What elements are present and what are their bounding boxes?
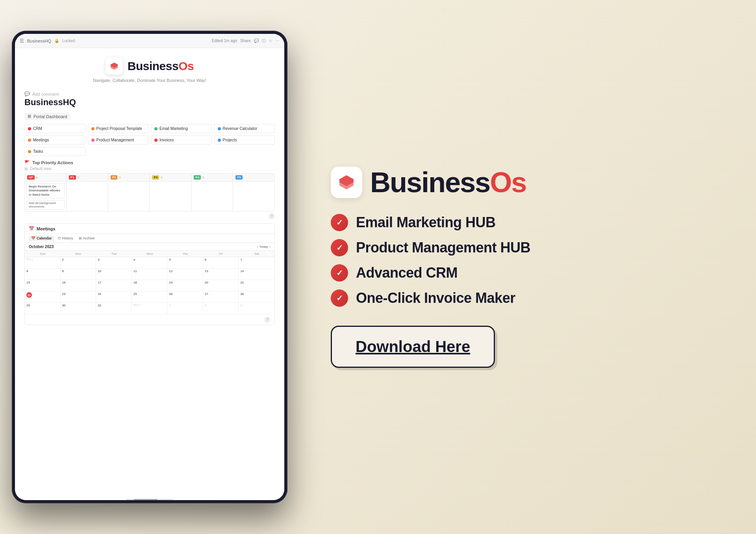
projects-label: Projects: [223, 138, 237, 142]
p3-badge: P3: [152, 175, 159, 180]
cal-29[interactable]: 29: [25, 303, 61, 314]
feature-invoice: One-Click Invoice Maker: [331, 289, 717, 307]
info-icon[interactable]: ⓘ: [262, 38, 266, 44]
tab-calendar[interactable]: 📅 Calendar: [29, 235, 54, 241]
question-mark-2[interactable]: ?: [264, 317, 271, 323]
today-btn[interactable]: ‹ Today ›: [257, 245, 271, 248]
feature-text-4: One-Click Invoice Maker: [356, 290, 515, 306]
cal-week-3: 15 16 17 18 19 20 21: [25, 280, 274, 291]
tasks-label: Tasks: [33, 149, 43, 154]
hp-dot: ▸: [36, 176, 38, 179]
meetings-header: 📅 Meetings: [25, 224, 274, 234]
link-project-proposal[interactable]: Project Proposal Template: [88, 124, 149, 133]
cal-week-1: Oct 1 2 3 4 5 6 7: [25, 257, 274, 269]
cal-week-5: 29 30 31 Nov 1 2 3 4: [25, 303, 274, 314]
cal-23[interactable]: 23: [61, 291, 96, 302]
link-tasks[interactable]: Tasks: [24, 147, 86, 156]
cal-nov4[interactable]: 4: [239, 303, 274, 314]
kanban-col-p5: P5: [233, 174, 274, 211]
share-label[interactable]: Share: [240, 39, 251, 43]
link-revenue-calculator[interactable]: Revenue Calculator: [214, 124, 275, 133]
kanban-col-p4: P4 0: [191, 174, 233, 211]
more-icon[interactable]: ⋯: [276, 39, 280, 43]
notion-body: 💬 Add comment BusinessHQ ⊞ Portal Dashbo…: [15, 89, 284, 325]
database-view-row: ⊞ Default view: [24, 167, 275, 171]
feature-text-1: Email Marketing HUB: [356, 214, 496, 231]
cal-12[interactable]: 12: [167, 269, 203, 280]
kanban-card-sub: Add all background documents.: [26, 200, 65, 210]
cal-nov1[interactable]: Nov 1: [132, 303, 168, 314]
cal-4[interactable]: 4: [132, 257, 168, 268]
cal-7[interactable]: 7: [239, 257, 274, 268]
tab-history[interactable]: ⏱ History: [55, 235, 76, 241]
cal-9[interactable]: 9: [61, 269, 96, 280]
cal-6[interactable]: 6: [203, 257, 239, 268]
question-mark-1[interactable]: ?: [269, 213, 275, 219]
comment-icon[interactable]: 💬: [254, 39, 259, 43]
comment-small-icon: 💬: [24, 91, 30, 96]
invoices-dot: [154, 139, 158, 142]
cal-28[interactable]: 28: [239, 291, 274, 302]
cal-13[interactable]: 13: [203, 269, 239, 280]
notion-header: BusinessOs Navigate, Collaborate, Domina…: [15, 48, 284, 83]
cal-24[interactable]: 24: [96, 291, 132, 302]
link-meetings[interactable]: Meetings: [24, 135, 85, 145]
cal-11[interactable]: 11: [132, 269, 168, 280]
cal-10[interactable]: 10: [96, 269, 132, 280]
month-title: October 2023: [29, 245, 54, 249]
cal-8[interactable]: 8: [25, 269, 61, 280]
tab-archive[interactable]: ⊞ Archive: [76, 235, 97, 241]
lock-label: Locked: [62, 39, 75, 43]
kanban-col-p3: P3 0: [150, 174, 191, 211]
links-grid-row2: Meetings Product Management Invoices: [24, 135, 275, 145]
menu-icon[interactable]: ☰: [20, 38, 24, 44]
cal-14[interactable]: 14: [239, 269, 274, 280]
lock-icon: 🔒: [54, 39, 59, 43]
topbar-brand: BusinessHQ: [27, 39, 51, 43]
cal-30[interactable]: 30: [61, 303, 96, 314]
link-crm[interactable]: CRM: [24, 124, 85, 133]
cal-31[interactable]: 31: [96, 303, 132, 314]
cal-22-today[interactable]: 22: [25, 291, 61, 302]
cal-16[interactable]: 16: [61, 280, 96, 291]
link-projects[interactable]: Projects: [214, 135, 275, 145]
portal-dashboard-btn[interactable]: ⊞ Portal Dashboard: [24, 113, 70, 120]
p3-count: 0: [161, 176, 162, 179]
hp-badge: HP: [27, 175, 35, 180]
brand-suffix-right: Os: [490, 167, 526, 198]
check-icon-2: [331, 239, 348, 256]
cal-nov2[interactable]: 2: [167, 303, 203, 314]
cal-oct1[interactable]: Oct 1: [25, 257, 61, 268]
cal-19[interactable]: 19: [167, 280, 203, 291]
cal-3[interactable]: 3: [96, 257, 132, 268]
cal-20[interactable]: 20: [203, 280, 239, 291]
cal-nov3[interactable]: 3: [203, 303, 239, 314]
cal-26[interactable]: 26: [167, 291, 203, 302]
feature-product-management: Product Management HUB: [331, 239, 717, 256]
brand-title-header: BusinessOs: [128, 59, 194, 73]
cal-21[interactable]: 21: [239, 280, 274, 291]
history-icon: ⏱: [57, 236, 61, 240]
cal-17[interactable]: 17: [96, 280, 132, 291]
edited-label: Edited 1m ago: [212, 39, 237, 43]
revenue-dot: [218, 127, 221, 130]
add-comment-label: Add comment: [32, 92, 59, 96]
cal-15[interactable]: 15: [25, 280, 61, 291]
link-email-marketing[interactable]: Email Marketing: [151, 124, 212, 133]
kanban-header-hp: HP ▸: [25, 174, 66, 182]
cal-week-2: 8 9 10 11 12 13 14: [25, 269, 274, 280]
right-section: BusinessOs Email Marketing HUB Product M…: [299, 0, 756, 534]
cal-5[interactable]: 5: [167, 257, 203, 268]
cal-27[interactable]: 27: [203, 291, 239, 302]
product-label: Product Management: [96, 138, 134, 142]
download-button[interactable]: Download Here: [331, 326, 495, 368]
cal-25[interactable]: 25: [132, 291, 168, 302]
cal-2[interactable]: 2: [61, 257, 96, 268]
right-logo-icon: [331, 167, 362, 198]
add-comment-row[interactable]: 💬 Add comment: [24, 89, 275, 97]
check-icon-4: [331, 289, 348, 307]
cal-18[interactable]: 18: [132, 280, 168, 291]
link-product-management[interactable]: Product Management: [88, 135, 149, 145]
star-icon[interactable]: ☆: [269, 39, 272, 43]
link-invoices[interactable]: Invoices: [151, 135, 212, 145]
